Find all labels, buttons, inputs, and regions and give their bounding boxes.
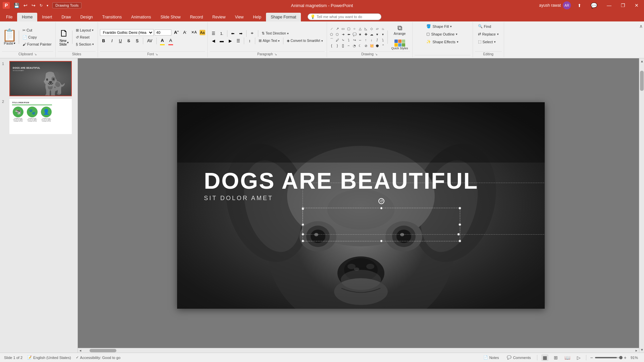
shape-callout[interactable]: 💬 (352, 32, 357, 37)
bullets-button[interactable]: ☰ (210, 30, 217, 37)
align-text-arrow[interactable]: ▾ (278, 39, 280, 43)
customize-quick-access-button[interactable]: ▾ (45, 3, 50, 8)
justify-button[interactable]: ☰ (234, 38, 242, 44)
replace-arrow[interactable]: ▾ (497, 33, 499, 36)
format-painter-button[interactable]: 🖌 Format Painter (21, 41, 53, 47)
line-spacing-button[interactable]: ↕ (246, 38, 253, 44)
text-shadow-button[interactable]: S (133, 38, 141, 44)
shape-octagon[interactable]: ⯃ (375, 43, 380, 48)
save-button[interactable]: 💾 (12, 2, 21, 9)
shape-partial-circle[interactable]: ◔ (352, 43, 357, 48)
shape-moon[interactable]: ☾ (358, 43, 363, 48)
redo-button[interactable]: ↪ (30, 2, 37, 9)
tab-design[interactable]: Design (75, 13, 97, 21)
editing-label[interactable]: Editing (475, 51, 502, 57)
font-family-select[interactable]: Franklin Gothic Demi (Hea... (100, 29, 154, 36)
clear-format-button[interactable]: ✕A (190, 29, 198, 36)
shape-heart[interactable]: ♥ (375, 32, 380, 37)
shape-hexagon[interactable]: ⬡ (335, 32, 340, 37)
change-case-button[interactable]: Aa (200, 30, 205, 35)
slide-panel[interactable]: 1 DOGS ARE BEAUTIFUL SIT DOLOR AMET 🐕 2 … (0, 58, 78, 353)
clipboard-expand-icon[interactable]: ↘ (34, 53, 37, 56)
shape-bracket-pair[interactable]: [] (340, 43, 346, 48)
layout-arrow[interactable]: ▾ (92, 28, 94, 32)
close-button[interactable]: ✕ (632, 2, 641, 9)
tab-draw[interactable]: Draw (57, 13, 75, 21)
zoom-in-button[interactable]: + (624, 355, 627, 360)
clipboard-label[interactable]: Clipboard ↘ (2, 51, 53, 57)
minimize-button[interactable]: — (604, 2, 614, 9)
collapse-ribbon-button[interactable]: ∧ (639, 23, 643, 29)
increase-font-button[interactable]: A+ (172, 29, 180, 36)
slide-item-1[interactable]: 1 DOGS ARE BEAUTIFUL SIT DOLOR AMET 🐕 (2, 61, 75, 96)
shape-fill-button[interactable]: 🪣 Shape Fill ▾ (423, 23, 455, 30)
char-spacing-button[interactable]: AV (145, 38, 154, 44)
shape-star[interactable]: ★ (358, 32, 363, 37)
avatar[interactable]: AR (563, 1, 571, 9)
shape-arrow-left[interactable]: ⬅ (346, 32, 352, 37)
shape-rectangle[interactable]: ▭ (340, 26, 346, 31)
shape-connector[interactable]: ⤷ (340, 37, 346, 43)
tab-slideshow[interactable]: Slide Show (156, 13, 185, 21)
shape-chevron[interactable]: ⌃ (380, 43, 386, 48)
paragraph-expand-icon[interactable]: ↘ (274, 53, 277, 56)
shape-no-symbol[interactable]: ⊘ (363, 43, 369, 48)
tell-me-input[interactable] (308, 13, 381, 20)
align-center-button[interactable]: ▬ (218, 38, 226, 44)
shape-double-arrow[interactable]: ↔ (358, 37, 363, 43)
shape-diamond[interactable]: ◇ (369, 26, 374, 31)
convert-smartart-button[interactable]: ◈ Convert to SmartArt ▾ (285, 38, 324, 44)
shape-brace-right[interactable]: } (335, 43, 340, 48)
decrease-font-button[interactable]: A- (181, 29, 189, 36)
paragraph-label[interactable]: Paragraph ↘ (210, 51, 325, 57)
canvas-area[interactable]: ↺ (78, 58, 644, 353)
tab-animations[interactable]: Animations (126, 13, 156, 21)
cut-button[interactable]: ✂ Cut (21, 27, 53, 34)
slide-subtitle[interactable]: SIT DOLOR AMET (204, 195, 478, 202)
zoom-percent-button[interactable]: 91% (629, 355, 640, 360)
text-dir-arrow[interactable]: ▾ (287, 32, 289, 35)
tab-help[interactable]: Help (248, 13, 266, 21)
comments-button[interactable]: 💬 (588, 2, 600, 9)
shape-freeform[interactable]: 🖊 (335, 37, 340, 43)
scroll-track[interactable] (639, 64, 644, 347)
vertical-scrollbar[interactable]: ▲ ▼ (639, 58, 644, 353)
shape-outline-arrow[interactable]: ▾ (456, 33, 458, 36)
select-arrow[interactable]: ▾ (494, 40, 496, 44)
shape-cloud[interactable]: ☁ (369, 32, 374, 37)
shape-rt-triangle[interactable]: ◺ (363, 26, 369, 31)
zoom-slider[interactable] (595, 357, 622, 358)
shape-curve[interactable]: ⌒ (329, 37, 334, 43)
shape-up-arrow[interactable]: ↑ (363, 37, 369, 43)
drawing-expand-icon[interactable]: ↘ (375, 53, 378, 56)
new-slide-arrow[interactable]: ▾ (67, 41, 69, 44)
shape-brace-left[interactable]: { (329, 43, 334, 48)
reset-button[interactable]: ↺ Reset (74, 34, 96, 41)
tab-file[interactable]: File (1, 13, 17, 21)
drawing-label[interactable]: Drawing ↘ (329, 51, 410, 57)
layout-button[interactable]: ⊞ Layout ▾ (74, 27, 96, 34)
tab-review[interactable]: Review (208, 13, 230, 21)
paste-button-area[interactable]: 📋 Paste ▾ (2, 29, 17, 45)
shape-arc[interactable]: ⌢ (346, 43, 352, 48)
shape-curved-up[interactable]: ⤴ (375, 37, 380, 43)
numbering-button[interactable]: 1. (218, 31, 225, 37)
align-text-button[interactable]: ⊞ Align Text ▾ (257, 38, 281, 44)
tab-shape-format[interactable]: Shape Format (266, 13, 301, 21)
shape-parallelogram[interactable]: ▱ (375, 26, 380, 31)
shape-trapezoid[interactable]: ⏢ (380, 26, 386, 31)
shape-line[interactable]: ⟋ (329, 26, 334, 31)
shape-elbow[interactable]: ↪ (352, 37, 357, 43)
shape-triangle[interactable]: △ (358, 26, 363, 31)
paste-icon[interactable]: 📋 (2, 29, 17, 41)
repeat-button[interactable]: ↻ (38, 3, 44, 8)
tab-insert[interactable]: Insert (37, 13, 57, 21)
undo-button[interactable]: ↩ (22, 2, 29, 9)
smartart-arrow[interactable]: ▾ (321, 39, 323, 43)
align-right-button[interactable]: ▶ (226, 38, 234, 44)
shape-arrow-right[interactable]: ➜ (340, 32, 346, 37)
font-expand-icon[interactable]: ↘ (155, 53, 158, 56)
quick-styles-button[interactable]: Quick Styles (389, 38, 410, 51)
normal-view-button[interactable]: ▦ (541, 354, 548, 361)
notes-button[interactable]: 📄 Notes (481, 355, 501, 360)
